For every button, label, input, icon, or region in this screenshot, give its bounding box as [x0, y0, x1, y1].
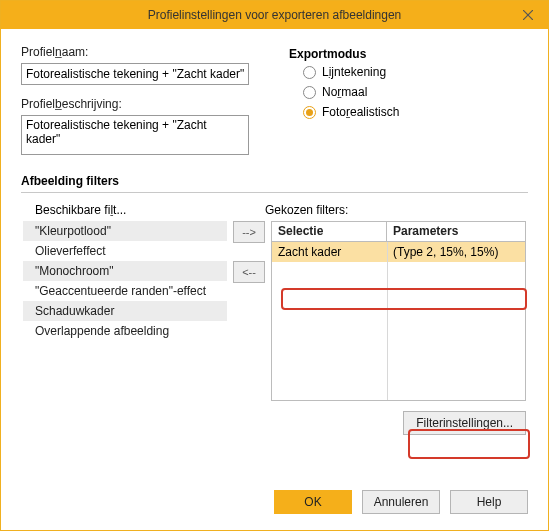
profile-name-label: Profielnaam:	[21, 45, 261, 59]
grid-header: Selectie Parameters	[272, 222, 525, 242]
radio-icon	[303, 86, 316, 99]
list-item[interactable]: Overlappende afbeelding	[23, 321, 227, 341]
cell-parameters: (Type 2, 15%, 15%)	[387, 245, 525, 259]
list-item[interactable]: "Monochroom"	[23, 261, 227, 281]
list-item[interactable]: Olieverfeffect	[23, 241, 227, 261]
cancel-button[interactable]: Annuleren	[362, 490, 440, 514]
profile-name-input[interactable]	[21, 63, 249, 85]
list-item[interactable]: "Geaccentueerde randen"-effect	[23, 281, 227, 301]
export-mode-line-label: Lijntekening	[322, 65, 386, 79]
list-item[interactable]: "Kleurpotlood"	[23, 221, 227, 241]
col-header-selectie[interactable]: Selectie	[272, 222, 387, 241]
titlebar: Profielinstellingen voor exporteren afbe…	[1, 1, 548, 29]
chosen-filters-label: Gekozen filters:	[265, 203, 526, 217]
ok-button[interactable]: OK	[274, 490, 352, 514]
filters-section-title: Afbeelding filters	[21, 174, 528, 188]
divider	[21, 192, 528, 193]
chosen-filters-grid[interactable]: Selectie Parameters Zacht kader (Type 2,…	[271, 221, 526, 401]
list-item[interactable]: Schaduwkader	[23, 301, 227, 321]
radio-selected-icon	[303, 106, 316, 119]
profile-desc-label: Profielbeschrijving:	[21, 97, 261, 111]
export-mode-photo-label: Fotorealistisch	[322, 105, 399, 119]
close-icon	[523, 10, 533, 20]
table-row[interactable]: Zacht kader (Type 2, 15%, 15%)	[272, 242, 525, 262]
available-filters-list[interactable]: "Kleurpotlood" Olieverfeffect "Monochroo…	[23, 221, 227, 435]
export-mode-normal-label: Normaal	[322, 85, 367, 99]
col-header-parameters[interactable]: Parameters	[387, 222, 525, 241]
cell-selectie: Zacht kader	[272, 245, 387, 259]
profile-desc-input[interactable]: Fotorealistische tekening + "Zacht kader…	[21, 115, 249, 155]
radio-icon	[303, 66, 316, 79]
export-mode-photo[interactable]: Fotorealistisch	[303, 105, 528, 119]
dialog-window: Profielinstellingen voor exporteren afbe…	[0, 0, 549, 531]
export-mode-label: Exportmodus	[289, 47, 528, 61]
add-filter-button[interactable]: -->	[233, 221, 265, 243]
client-area: Profielnaam: Profielbeschrijving: Fotore…	[1, 29, 548, 451]
close-button[interactable]	[508, 1, 548, 29]
available-filters-label: Beschikbare filt...	[23, 203, 227, 217]
export-mode-line[interactable]: Lijntekening	[303, 65, 528, 79]
help-button[interactable]: Help	[450, 490, 528, 514]
window-title: Profielinstellingen voor exporteren afbe…	[148, 8, 402, 22]
dialog-buttons: OK Annuleren Help	[274, 490, 528, 514]
remove-filter-button[interactable]: <--	[233, 261, 265, 283]
export-mode-normal[interactable]: Normaal	[303, 85, 528, 99]
column-divider	[387, 242, 388, 400]
filter-settings-button[interactable]: Filterinstellingen...	[403, 411, 526, 435]
